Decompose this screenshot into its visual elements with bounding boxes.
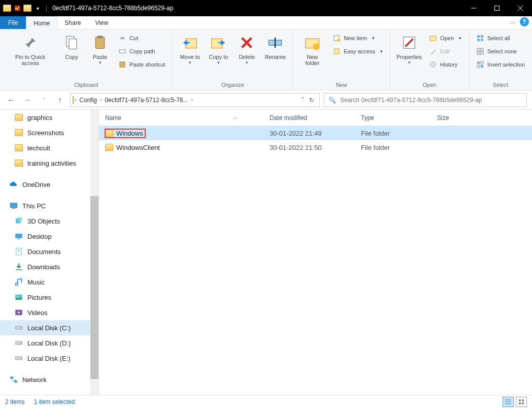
svg-rect-62 — [522, 402, 524, 404]
sidebar-item-this-pc[interactable]: This PC — [0, 198, 98, 213]
breadcrumb-seg-config[interactable]: Config — [77, 97, 99, 104]
svg-rect-36 — [12, 208, 15, 209]
sidebar-item-screenshots[interactable]: Screenshots — [0, 125, 98, 140]
select-all-button[interactable]: Select all — [474, 33, 527, 44]
cell-name[interactable]: WindowsClient — [99, 144, 263, 151]
sidebar-item-network[interactable]: Network — [0, 372, 98, 387]
properties-icon — [400, 34, 418, 52]
tab-home[interactable]: Home — [26, 16, 57, 29]
forward-button[interactable]: → — [21, 94, 34, 106]
sidebar-scrollbar[interactable] — [90, 110, 98, 395]
svg-rect-33 — [481, 61, 483, 64]
cut-button[interactable]: ✂Cut — [116, 33, 167, 44]
sidebar-item-videos[interactable]: Videos — [0, 305, 98, 320]
sidebar-item-local-disk-d-[interactable]: Local Disk (D:) — [0, 335, 98, 351]
cell-type: File folder — [355, 130, 431, 137]
svg-rect-7 — [95, 37, 105, 49]
recent-dropdown[interactable]: ˅ — [38, 94, 50, 106]
up-button[interactable]: ↑ — [54, 94, 66, 106]
breadcrumb[interactable]: › Config › 0ecfdf71-497a-5712-8cc5-78...… — [70, 93, 320, 107]
new-folder-icon — [303, 34, 321, 52]
back-button[interactable]: ← — [5, 94, 17, 106]
svg-point-53 — [21, 358, 22, 359]
paste-button[interactable]: Paste ▾ — [86, 32, 114, 67]
pin-to-quick-access-button[interactable]: Pin to Quick access — [3, 32, 57, 68]
details-view-button[interactable] — [503, 397, 514, 407]
delete-button[interactable]: Delete▾ — [232, 32, 261, 67]
tab-share[interactable]: Share — [57, 16, 88, 29]
sidebar-item-pictures[interactable]: Pictures — [0, 290, 98, 305]
navigation-pane[interactable]: graphicsScreenshotstechculttraining acti… — [0, 110, 99, 395]
documents-icon — [14, 247, 23, 256]
invert-selection-button[interactable]: Invert selection — [474, 59, 527, 70]
table-row[interactable]: Windows30-01-2022 21:49File folder — [99, 126, 532, 140]
tab-view[interactable]: View — [88, 16, 115, 29]
sidebar-item-local-disk-e-[interactable]: Local Disk (E:) — [0, 351, 98, 366]
svg-rect-26 — [481, 39, 483, 41]
folder-icon — [14, 159, 23, 168]
refresh-icon[interactable]: ↻ — [309, 97, 314, 104]
svg-rect-59 — [519, 399, 521, 401]
ribbon-group-select: Select all Select none Invert selection … — [469, 29, 532, 90]
svg-rect-0 — [15, 6, 20, 11]
rename-icon — [266, 34, 284, 52]
group-label-select: Select — [472, 81, 529, 89]
select-none-button[interactable]: Select none — [474, 46, 527, 57]
sidebar-item-documents[interactable]: Documents — [0, 244, 98, 259]
column-header-type[interactable]: Type — [355, 110, 431, 125]
address-dropdown-icon[interactable]: ˅ — [302, 97, 304, 104]
search-input[interactable]: 🔍 Search 0ecfdf71-497a-5712-8cc5-788b5de… — [324, 93, 527, 107]
scissors-icon: ✂ — [118, 34, 126, 42]
move-icon — [181, 34, 199, 52]
sidebar-item-desktop[interactable]: Desktop — [0, 229, 98, 244]
sidebar-item-training-activities[interactable]: training activities — [0, 155, 98, 171]
svg-rect-25 — [477, 39, 480, 41]
maximize-button[interactable] — [485, 0, 509, 16]
tab-file[interactable]: File — [0, 16, 26, 29]
column-header-date[interactable]: Date modified — [263, 110, 355, 125]
easy-access-button[interactable]: Easy access▾ — [330, 46, 385, 57]
rename-button[interactable]: Rename — [261, 32, 289, 62]
close-button[interactable] — [509, 0, 532, 16]
properties-button[interactable]: Properties▾ — [393, 32, 425, 67]
chevron-right-icon[interactable]: › — [190, 97, 193, 103]
minimize-button[interactable] — [462, 0, 485, 16]
open-icon — [429, 34, 437, 42]
collapse-ribbon-icon[interactable]: ︿ — [510, 18, 516, 26]
table-row[interactable]: WindowsClient30-01-2022 21:50File folder — [99, 140, 532, 154]
sidebar-item-local-disk-c-[interactable]: Local Disk (C:) — [0, 320, 98, 335]
open-button[interactable]: Open▾ — [427, 33, 463, 44]
sidebar-item-onedrive[interactable]: OneDrive — [0, 177, 98, 192]
chevron-right-icon[interactable]: › — [99, 97, 103, 103]
sidebar-item-techcult[interactable]: techcult — [0, 140, 98, 155]
sidebar-item-graphics[interactable]: graphics — [0, 110, 98, 125]
disk-icon — [14, 323, 23, 332]
copy-to-button[interactable]: Copy to▾ — [204, 32, 232, 67]
history-button[interactable]: History — [427, 59, 463, 70]
large-icons-view-button[interactable] — [516, 397, 527, 407]
column-headers[interactable]: Name︿ Date modified Type Size — [99, 110, 532, 126]
dropdown-icon[interactable]: ▾ — [34, 4, 42, 12]
copy-to-icon — [209, 34, 227, 52]
column-header-size[interactable]: Size — [431, 110, 492, 125]
onedrive-icon — [9, 180, 18, 189]
folder-icon — [14, 128, 23, 137]
disk-icon — [14, 338, 23, 348]
copy-path-button[interactable]: Copy path — [116, 46, 167, 57]
sidebar-item-3d-objects[interactable]: 3D Objects — [0, 213, 98, 229]
sidebar-item-downloads[interactable]: Downloads — [0, 259, 98, 274]
cell-name[interactable]: Windows — [99, 129, 263, 138]
new-folder-button[interactable]: New folder — [296, 32, 328, 68]
edit-button[interactable]: Edit — [427, 46, 463, 57]
copy-button[interactable]: Copy — [57, 32, 86, 62]
paste-shortcut-button[interactable]: Paste shortcut — [116, 59, 167, 70]
sidebar-item-music[interactable]: Music — [0, 274, 98, 290]
breadcrumb-seg-current[interactable]: 0ecfdf71-497a-5712-8cc5-78... — [103, 97, 190, 104]
chevron-right-icon[interactable]: › — [74, 97, 77, 103]
move-to-button[interactable]: Move to▾ — [176, 32, 204, 67]
save-icon[interactable] — [13, 4, 21, 12]
svg-rect-27 — [477, 48, 480, 51]
column-header-name[interactable]: Name︿ — [99, 110, 263, 125]
help-icon[interactable]: ? — [520, 17, 529, 26]
new-item-button[interactable]: New item▾ — [330, 33, 385, 44]
